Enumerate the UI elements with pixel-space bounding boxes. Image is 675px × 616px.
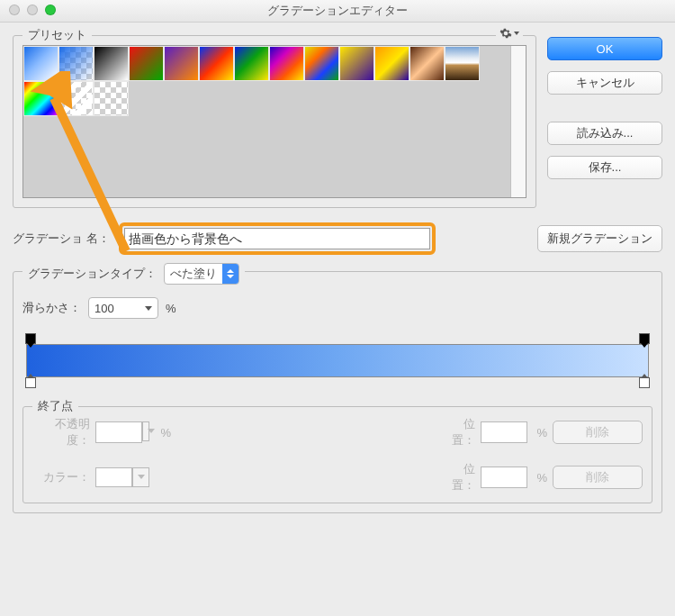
preset-swatch[interactable]: [164, 46, 199, 81]
smoothness-unit: %: [166, 302, 176, 315]
preset-swatch[interactable]: [58, 46, 94, 81]
smoothness-label: 滑らかさ：: [22, 300, 81, 316]
gradient-name-input[interactable]: [124, 228, 430, 249]
delete-color-stop-button: 削除: [553, 466, 643, 489]
preset-swatch[interactable]: [58, 81, 94, 116]
opacity-input: [95, 421, 142, 443]
select-arrows-icon: [222, 264, 238, 284]
presets-well: [22, 45, 526, 198]
ok-button[interactable]: OK: [547, 37, 662, 60]
gradient-editor-window: グラデーションエディター プリセット: [0, 0, 675, 616]
window-title: グラデーションエディター: [267, 3, 408, 19]
opacity-dropdown: [142, 421, 149, 441]
color-swatch-button: [95, 467, 132, 487]
gradient-bar[interactable]: [26, 344, 649, 377]
preset-swatch[interactable]: [23, 81, 58, 116]
opacity-pos-input: [481, 421, 527, 443]
preset-swatch[interactable]: [374, 46, 410, 81]
opacity-stop-left[interactable]: [25, 333, 36, 344]
preset-swatch[interactable]: [339, 46, 374, 81]
opacity-pos-unit: %: [526, 426, 553, 439]
window-content: プリセット OK キャンセル 読み込み...: [0, 23, 675, 616]
stops-fieldset: 終了点 不透明度： % 位置： % 削除 カラー：: [22, 406, 652, 503]
preset-swatch[interactable]: [199, 46, 234, 81]
gradient-type-label: グラデーションタイプ：: [28, 266, 157, 282]
presets-fieldset: プリセット: [13, 35, 536, 208]
presets-grid: [23, 46, 510, 197]
presets-legend: プリセット: [22, 27, 92, 43]
close-button[interactable]: [9, 5, 20, 15]
load-button[interactable]: 読み込み...: [547, 122, 662, 145]
preset-swatch[interactable]: [304, 46, 339, 81]
color-label: カラー：: [32, 469, 95, 485]
chevron-down-icon: [514, 32, 519, 35]
preset-swatch[interactable]: [410, 46, 445, 81]
annotation-highlight: [119, 222, 436, 255]
minimize-button[interactable]: [27, 5, 38, 15]
presets-scrollbar[interactable]: [510, 46, 526, 197]
opacity-stop-right[interactable]: [639, 333, 650, 344]
color-pos-label: 位置：: [445, 461, 481, 494]
gradient-name-row: グラデーショ 名： 新規グラデーション: [13, 222, 662, 255]
gradient-name-label: グラデーショ 名：: [13, 231, 110, 247]
presets-menu-button[interactable]: [496, 27, 523, 40]
preset-swatch[interactable]: [269, 46, 304, 81]
color-pos-input: [481, 467, 527, 488]
cancel-button[interactable]: キャンセル: [547, 71, 662, 95]
color-stop-right[interactable]: [639, 377, 650, 388]
new-gradient-button[interactable]: 新規グラデーション: [537, 225, 662, 252]
preset-swatch[interactable]: [94, 81, 129, 116]
color-dropdown: [132, 467, 149, 487]
opacity-label: 不透明度：: [32, 416, 95, 448]
preset-swatch[interactable]: [129, 46, 164, 81]
opacity-pos-label: 位置：: [445, 416, 481, 448]
window-controls: [9, 5, 56, 15]
preset-swatch[interactable]: [234, 46, 269, 81]
preset-swatch[interactable]: [23, 46, 58, 81]
smoothness-row: 滑らかさ： 100 %: [22, 297, 652, 319]
titlebar: グラデーションエディター: [0, 0, 675, 23]
gradient-bar-wrap: [22, 335, 652, 390]
preset-swatch[interactable]: [445, 46, 480, 81]
side-buttons: OK キャンセル 読み込み... 保存...: [547, 35, 662, 208]
gradient-type-fieldset: グラデーションタイプ： べた塗り 滑らかさ： 100 %: [13, 271, 662, 513]
zoom-button[interactable]: [45, 5, 56, 15]
save-button[interactable]: 保存...: [547, 156, 662, 179]
gradient-type-select[interactable]: べた塗り: [164, 263, 239, 285]
color-stop-left[interactable]: [25, 377, 36, 388]
gradient-type-legend-row: グラデーションタイプ： べた塗り: [22, 263, 245, 285]
gear-icon: [500, 27, 512, 40]
smoothness-input[interactable]: 100: [88, 297, 158, 319]
delete-opacity-stop-button: 削除: [553, 421, 643, 444]
top-row: プリセット OK キャンセル 読み込み...: [13, 35, 662, 208]
color-pos-unit: %: [526, 471, 553, 485]
stops-legend: 終了点: [32, 398, 78, 414]
preset-swatch[interactable]: [94, 46, 129, 81]
